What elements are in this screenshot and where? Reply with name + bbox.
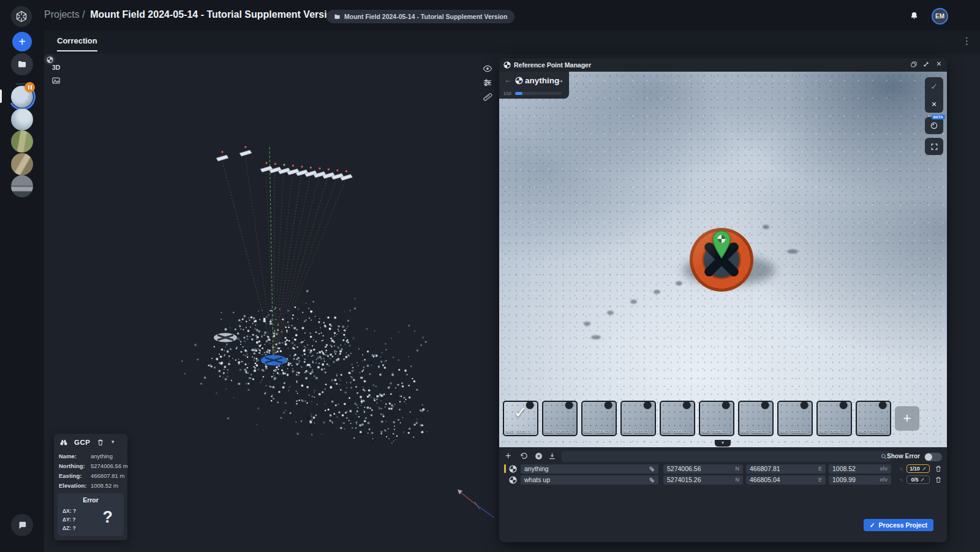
close-panel-button[interactable]: × [937, 59, 941, 69]
thumbnail-img-0001[interactable]: ✓ IMG_0001.J... [503, 401, 538, 436]
elevation-field[interactable]: 1008.52 elv [829, 464, 891, 474]
thumbnail-img-0016[interactable]: IMG_0016.J... [816, 401, 852, 436]
delete-point-button[interactable] [935, 465, 942, 472]
image-icon [51, 76, 61, 85]
search-box [562, 451, 891, 462]
easting-suffix: E [818, 466, 822, 472]
trash-icon [935, 476, 942, 483]
view-mode-3d-button[interactable]: 3D [52, 64, 60, 71]
thumbnail-img-0063[interactable]: IMG_0063.J... [738, 401, 774, 436]
panel-header[interactable]: Reference Point Manager × [499, 58, 947, 72]
show-error-toggle[interactable] [924, 453, 942, 461]
avatar[interactable]: EM [932, 8, 948, 25]
delete-gcp-button[interactable] [97, 439, 104, 446]
thumbnail-label: IMG_0001.J... [505, 429, 534, 434]
thumbnail-img-0010[interactable]: IMG_0010.J... [620, 401, 656, 436]
elevation-field[interactable]: 1009.99 elv [829, 475, 891, 485]
pause-processing-badge[interactable] [24, 82, 35, 93]
check-icon: ✓ [870, 521, 875, 529]
thumbnail-img-0007[interactable]: IMG_0007.J... [542, 401, 578, 436]
point-row-anything[interactable]: anything 5274006.56 N 466807.81 E 1008.5… [504, 464, 947, 474]
axis-gizmo [451, 486, 500, 523]
gcp-target-icon [509, 465, 518, 473]
northing-field[interactable]: 5274015.26 N [663, 475, 743, 485]
dock-panel-button[interactable] [910, 61, 918, 68]
auto-detect-button[interactable]: BETA [925, 117, 943, 134]
thumbnail-label: IMG_0063.J... [741, 429, 769, 434]
confirm-mark-button[interactable]: ✓ [925, 77, 943, 95]
thumbnail-img-0013[interactable]: IMG_0013.J... [777, 401, 813, 436]
tag-icon[interactable] [649, 477, 655, 483]
ruler-icon [483, 92, 492, 102]
remove-mark-button[interactable]: × [925, 95, 943, 113]
row-indicator [504, 475, 506, 484]
next-point-button[interactable]: → [556, 75, 564, 85]
error-unknown-value: ? [103, 508, 113, 527]
easting-value: 466805.04 [750, 476, 780, 483]
measure-tool-button[interactable] [483, 92, 492, 102]
undo-button[interactable] [520, 452, 528, 460]
auto-detect-icon [930, 121, 938, 130]
sort-arrows[interactable]: ↑↓ [899, 466, 903, 472]
fullscreen-image-button[interactable] [925, 138, 943, 155]
x-circle-icon [535, 452, 543, 460]
reference-image-view[interactable]: ← anything → 1/10 ✓ × BETA [499, 72, 947, 447]
app-logo-icon[interactable] [11, 6, 32, 27]
easting-field[interactable]: 466807.81 E [746, 464, 826, 474]
sidebar-item-project-2[interactable] [11, 108, 33, 130]
reference-point-pin[interactable] [710, 230, 733, 260]
sidebar-item-project-3[interactable] [11, 130, 33, 153]
clear-points-button[interactable] [535, 452, 543, 460]
tab-correction[interactable]: Correction [57, 36, 97, 51]
sidebar-item-project-4[interactable] [11, 153, 33, 175]
folder-icon [334, 13, 341, 20]
sort-arrows[interactable]: ↑↓ [899, 477, 903, 483]
thumbnail-img-0066[interactable]: IMG_0066.J... [660, 401, 695, 436]
add-point-button[interactable]: + [505, 450, 511, 461]
export-points-button[interactable] [548, 452, 556, 460]
chat-support-button[interactable] [11, 514, 33, 536]
collapse-gcp-panel-button[interactable]: ▾ [111, 439, 115, 445]
avatar-initials: EM [935, 13, 944, 20]
visibility-toggle-button[interactable] [483, 64, 492, 74]
breadcrumb-separator: / [82, 9, 85, 20]
add-image-button[interactable]: + [895, 406, 919, 431]
delete-point-button[interactable] [935, 476, 942, 483]
gcp-easting-row: Easting:466807.81 m [59, 472, 125, 479]
thumbnail-img-0019[interactable]: IMG_0019.J... [856, 401, 891, 436]
thumbnail-label: IMG_0056.J... [701, 429, 730, 434]
trash-icon [935, 465, 942, 472]
display-settings-button[interactable] [483, 78, 492, 88]
add-project-button[interactable]: + [12, 32, 32, 51]
more-options-button[interactable]: ⋮ [962, 36, 971, 47]
elevation-suffix: elv [880, 477, 888, 483]
tag-icon[interactable] [649, 466, 655, 472]
thumbnail-img-0004[interactable]: IMG_0004.J... [581, 401, 617, 436]
thumbnail-img-0056[interactable]: IMG_0056.J... [699, 401, 734, 436]
point-name-field[interactable]: anything [521, 464, 658, 474]
previous-point-button[interactable]: ← [504, 75, 513, 85]
easting-field[interactable]: 466805.04 E [746, 475, 826, 485]
image-count-badge[interactable]: 1/10 [907, 464, 930, 473]
projects-folder-button[interactable] [11, 53, 33, 75]
point-name: anything [524, 465, 549, 472]
gcp-panel-title: GCP [74, 439, 90, 446]
collapse-thumbnails-button[interactable]: ▼ [715, 440, 731, 447]
search-input[interactable] [562, 451, 891, 462]
show-error-label: Show Error [887, 453, 920, 459]
image-layer-button[interactable] [51, 76, 61, 85]
breadcrumb-projects-link[interactable]: Projects [44, 9, 80, 20]
sidebar-item-project-5[interactable] [11, 175, 33, 197]
point-row-whats-up[interactable]: whats up 5274015.26 N 466805.04 E 1009.9… [504, 475, 947, 485]
process-project-button[interactable]: ✓ Process Project [864, 519, 933, 531]
northing-value: 5274006.56 [667, 465, 701, 472]
project-badge[interactable]: Mount Field 2024-05-14 - Tutorial Supple… [326, 10, 514, 23]
image-count-badge[interactable]: 0/5 [907, 475, 930, 484]
find-gcp-button[interactable] [59, 438, 68, 447]
thumbnail-label: IMG_0019.J... [858, 429, 887, 434]
northing-field[interactable]: 5274006.56 N [663, 464, 743, 474]
notifications-bell-icon[interactable] [910, 11, 919, 20]
gcp-target-icon [509, 476, 518, 484]
resize-panel-button[interactable] [922, 61, 930, 68]
point-name-field[interactable]: whats up [521, 475, 658, 485]
